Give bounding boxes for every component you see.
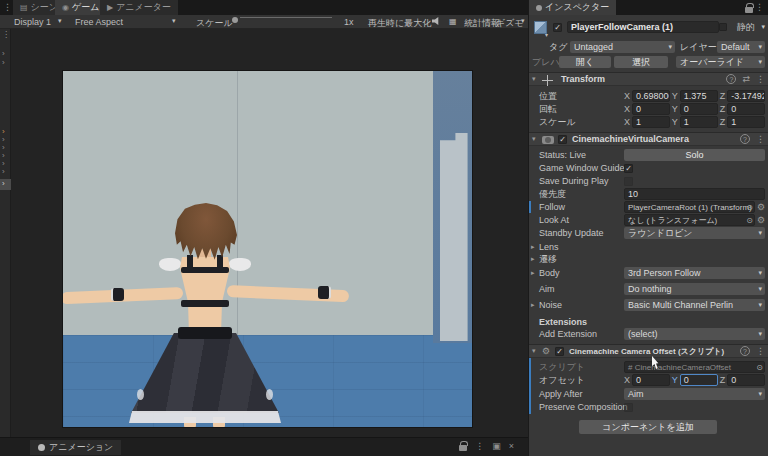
tab-animation-label: アニメーション bbox=[49, 441, 113, 454]
scale-z-field[interactable]: 1 bbox=[727, 116, 765, 128]
layer-dropdown[interactable]: Default▾ bbox=[717, 41, 765, 53]
character-waistband bbox=[178, 327, 232, 339]
position-x-field[interactable]: 0.6980001 bbox=[632, 90, 670, 102]
game-viewport[interactable] bbox=[63, 71, 472, 427]
rotation-x-field[interactable]: 0 bbox=[632, 103, 670, 115]
dock-icon[interactable]: ▣ bbox=[492, 441, 501, 451]
aim-dropdown[interactable]: Do nothing▾ bbox=[624, 283, 765, 295]
help-icon[interactable]: ? bbox=[740, 346, 750, 356]
scale-y-field[interactable]: 1 bbox=[680, 116, 718, 128]
offset-y-field[interactable]: 0 bbox=[680, 374, 718, 386]
aspect-dropdown[interactable]: Free Aspect bbox=[75, 17, 123, 27]
foldout-icon[interactable]: ▾ bbox=[532, 347, 536, 355]
body-dropdown[interactable]: 3rd Person Follow▾ bbox=[624, 267, 765, 279]
gear-icon[interactable]: ⚙ bbox=[757, 202, 765, 212]
menu-icon[interactable]: ⋮ bbox=[475, 441, 484, 451]
animation-icon bbox=[38, 444, 45, 451]
apply-after-dropdown[interactable]: Aim▾ bbox=[624, 388, 765, 400]
prefab-open-button[interactable]: 開く bbox=[559, 56, 611, 68]
tab-game[interactable]: ◉ ゲーム bbox=[55, 0, 106, 15]
component-menu-icon[interactable]: ⋮ bbox=[756, 134, 765, 144]
static-checkbox[interactable] bbox=[719, 23, 727, 31]
save-during-play-row: Save During Play bbox=[529, 175, 768, 187]
rail-chevron-selected[interactable]: › bbox=[0, 179, 11, 190]
close-icon[interactable]: × bbox=[509, 441, 514, 451]
lens-row[interactable]: ▸ Lens bbox=[529, 241, 768, 253]
follow-object-field[interactable]: PlayerCameraRoot (1) (Transform)⊙ bbox=[624, 201, 755, 213]
offset-z-field[interactable]: 0 bbox=[727, 374, 765, 386]
rail-chevron[interactable]: › bbox=[2, 168, 5, 176]
transitions-row[interactable]: ▸ 遷移 bbox=[529, 253, 768, 265]
foldout-icon[interactable]: ▸ bbox=[531, 301, 535, 309]
priority-field[interactable]: 10 bbox=[624, 188, 765, 200]
lock-icon[interactable] bbox=[459, 445, 467, 451]
foldout-icon[interactable]: ▾ bbox=[532, 75, 536, 83]
tab-animator[interactable]: ▶ アニメーター bbox=[100, 0, 178, 15]
rotation-y-field[interactable]: 0 bbox=[680, 103, 718, 115]
component-menu-icon[interactable]: ⋮ bbox=[756, 74, 765, 84]
tag-dropdown[interactable]: Untagged▾ bbox=[570, 41, 675, 53]
character-left-wristband bbox=[111, 288, 124, 301]
scale-slider-handle[interactable] bbox=[232, 17, 238, 23]
transform-header[interactable]: ▾ Transform ?⇄⋮ bbox=[529, 72, 768, 86]
camera-offset-header[interactable]: ▾ ⚙ ✓ Cinemachine Camera Offset (スクリプト) … bbox=[529, 344, 768, 358]
help-icon[interactable]: ? bbox=[726, 74, 736, 84]
inspector-lock[interactable] bbox=[745, 3, 753, 13]
pane-menu-icon[interactable]: ⋮ bbox=[3, 2, 12, 12]
tab-inspector[interactable]: インスペクター bbox=[529, 0, 616, 15]
static-dropdown-arrow[interactable]: ▾ bbox=[761, 23, 765, 31]
character-skirt-lace bbox=[129, 411, 281, 423]
lookat-object-field[interactable]: なし (トランスフォーム)⊙ bbox=[624, 214, 755, 226]
game-icon: ◉ bbox=[62, 3, 69, 12]
rail-chevron[interactable]: › bbox=[2, 50, 5, 58]
vcam-enabled-checkbox[interactable]: ✓ bbox=[558, 135, 567, 144]
save-during-play-checkbox[interactable] bbox=[624, 177, 633, 186]
standby-row: Standby Update ラウンドロビン▾ bbox=[529, 227, 768, 239]
position-z-field[interactable]: -3.174926 bbox=[727, 90, 765, 102]
noise-row: ▸ Noise Basic Multi Channel Perlin▾ bbox=[529, 299, 768, 311]
prefab-select-button[interactable]: 選択 bbox=[614, 56, 668, 68]
foldout-icon[interactable]: ▾ bbox=[532, 135, 536, 143]
inspector-menu-icon[interactable]: ⋮ bbox=[755, 2, 764, 12]
camera-offset-enabled-checkbox[interactable]: ✓ bbox=[555, 347, 564, 356]
vsync-grid-icon[interactable]: ▦ bbox=[449, 17, 457, 26]
help-icon[interactable]: ? bbox=[740, 134, 750, 144]
solo-button[interactable]: Solo bbox=[624, 149, 765, 161]
object-picker-icon[interactable]: ⊙ bbox=[746, 202, 753, 213]
tab-animation[interactable]: アニメーション bbox=[30, 440, 121, 455]
character-right-wristband bbox=[318, 286, 331, 299]
scale-label: スケール bbox=[539, 116, 576, 129]
gear-icon[interactable]: ⚙ bbox=[757, 215, 765, 225]
noise-dropdown[interactable]: Basic Multi Channel Perlin▾ bbox=[624, 299, 765, 311]
vcam-header[interactable]: ▾ ✓ CinemachineVirtualCamera ?⋮ bbox=[529, 132, 768, 146]
mute-audio-icon[interactable] bbox=[432, 17, 441, 25]
gameobject-name-field[interactable]: PlayerFollowCamera (1) bbox=[567, 21, 719, 33]
foldout-icon[interactable]: ▸ bbox=[531, 269, 535, 277]
offset-x-field[interactable]: 0 bbox=[632, 374, 670, 386]
display-dropdown[interactable]: Display 1 bbox=[14, 17, 51, 27]
transform-icon bbox=[542, 75, 553, 86]
scale-x-field[interactable]: 1 bbox=[632, 116, 670, 128]
rail-chevron[interactable]: › bbox=[2, 59, 5, 67]
preset-icon[interactable]: ⇄ bbox=[742, 74, 750, 84]
standby-dropdown[interactable]: ラウンドロビン▾ bbox=[624, 227, 765, 239]
inspector-panel: インスペクター ⋮ ▾ ✓ PlayerFollowCamera (1) 静的 … bbox=[528, 0, 768, 456]
scale-row: スケール X1 Y1 Z1 bbox=[529, 116, 768, 128]
aim-label: Aim bbox=[539, 284, 555, 294]
preserve-composition-checkbox[interactable] bbox=[624, 403, 633, 412]
follow-row: Follow PlayerCameraRoot (1) (Transform)⊙… bbox=[529, 201, 768, 213]
guides-checkbox[interactable]: ✓ bbox=[624, 164, 633, 173]
rotation-z-field[interactable]: 0 bbox=[727, 103, 765, 115]
object-picker-icon[interactable]: ⊙ bbox=[746, 215, 753, 226]
component-menu-icon[interactable]: ⋮ bbox=[756, 346, 765, 356]
bottom-tabstrip: アニメーション ⋮ ▣ × bbox=[0, 437, 528, 456]
prefab-overrides-dropdown[interactable]: オーバーライド▾ bbox=[676, 56, 765, 68]
add-extension-dropdown[interactable]: (select)▾ bbox=[624, 328, 765, 340]
save-during-play-label: Save During Play bbox=[539, 176, 609, 186]
static-label[interactable]: 静的 bbox=[737, 21, 755, 34]
add-component-button[interactable]: コンポーネントを追加 bbox=[579, 420, 717, 434]
position-y-field[interactable]: 1.375 bbox=[680, 90, 718, 102]
rail-menu-icon[interactable]: ⋮ bbox=[2, 31, 10, 39]
scale-slider-track[interactable] bbox=[240, 17, 332, 18]
active-checkbox[interactable]: ✓ bbox=[553, 23, 562, 32]
